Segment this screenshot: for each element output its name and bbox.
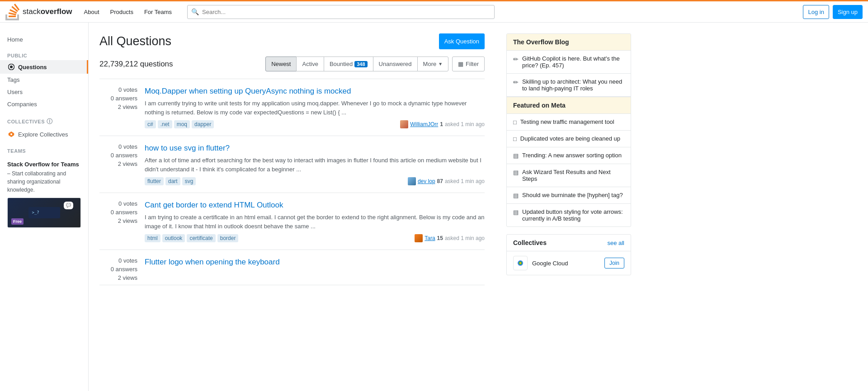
- tag[interactable]: certificate: [187, 234, 215, 242]
- teams-promo-title: Stack Overflow for Teams: [7, 161, 81, 168]
- answer-count: 0 answers: [111, 95, 137, 102]
- sidebar-item-companies[interactable]: Companies: [0, 98, 88, 110]
- overflow-blog-widget: The Overflow Blog ✏ GitHub Copilot is he…: [506, 33, 631, 227]
- header: stackoverflow About Products For Teams 🔍…: [0, 0, 868, 23]
- meta-link[interactable]: Testing new traffic management tool: [520, 118, 614, 125]
- sidebar-item-tags[interactable]: Tags: [0, 74, 88, 86]
- sidebar-item-home[interactable]: Home: [0, 33, 88, 46]
- sidebar-collectives-label: COLLECTIVES ⓘ: [0, 114, 88, 127]
- question-title[interactable]: Moq.Dapper when setting up QueryAsync no…: [145, 86, 485, 96]
- view-count: 2 views: [118, 217, 137, 224]
- meta-link[interactable]: Duplicated votes are being cleaned up: [520, 135, 620, 142]
- avatar: [408, 177, 416, 185]
- user-name[interactable]: dev lop: [418, 178, 435, 184]
- tag[interactable]: .net: [158, 120, 172, 128]
- tag[interactable]: html: [145, 234, 160, 242]
- asked-time: asked 1 min ago: [445, 235, 485, 241]
- meta-square-icon: □: [513, 136, 517, 142]
- question-body: how to use svg in flutter? After a lot o…: [145, 143, 485, 185]
- tag[interactable]: c#: [145, 120, 156, 128]
- chevron-down-icon: ▼: [438, 61, 443, 66]
- avatar: [415, 234, 423, 242]
- filter-more[interactable]: More ▼: [417, 57, 449, 71]
- search-input[interactable]: [187, 5, 495, 19]
- main-content: All Questions Ask Question 22,739,212 qu…: [89, 23, 495, 391]
- tag[interactable]: dapper: [192, 120, 214, 128]
- user-name[interactable]: WilliamJOrr: [410, 121, 438, 127]
- question-excerpt: I am trying to create a certificate in a…: [145, 213, 485, 231]
- logo[interactable]: stackoverflow: [5, 4, 72, 20]
- tag[interactable]: outlook: [162, 234, 185, 242]
- sidebar: Home PUBLIC Questions Tags Users Compani…: [0, 23, 89, 391]
- list-item: ▤ Ask Wizard Test Results and Next Steps: [507, 164, 631, 187]
- question-list: 0 votes 0 answers 2 views Moq.Dapper whe…: [99, 79, 485, 285]
- teams-promo-box: >_? 💬 Free: [7, 198, 81, 228]
- filter-newest[interactable]: Newest: [265, 57, 297, 71]
- question-title[interactable]: Cant get border to extend HTML Outlook: [145, 200, 485, 210]
- sidebar-item-users[interactable]: Users: [0, 86, 88, 98]
- meta-trending-icon: ▤: [513, 192, 519, 199]
- tag[interactable]: moq: [174, 120, 190, 128]
- sidebar-item-questions[interactable]: Questions: [0, 60, 88, 74]
- question-title[interactable]: Flutter logo when opening the keyboard: [145, 257, 485, 267]
- meta-link[interactable]: Ask Wizard Test Results and Next Steps: [522, 169, 624, 182]
- collectives-icon: [7, 130, 15, 138]
- filter-controls: Newest Active Bountied 348 Unanswered Mo…: [265, 57, 485, 71]
- tag[interactable]: svg: [182, 177, 196, 185]
- svg-point-6: [519, 262, 521, 264]
- join-collective-button[interactable]: Join: [604, 258, 624, 269]
- user-rep: 87: [437, 178, 443, 184]
- list-item: ✏ GitHub Copilot is here. But what's the…: [507, 51, 631, 74]
- nav-about[interactable]: About: [80, 5, 104, 19]
- user-rep: 15: [437, 235, 443, 241]
- info-icon[interactable]: ⓘ: [47, 118, 53, 126]
- meta-trending-icon: ▤: [513, 169, 519, 176]
- featured-meta-title: Featured on Meta: [507, 97, 631, 114]
- user-name[interactable]: Tara: [425, 235, 435, 241]
- question-title[interactable]: how to use svg in flutter?: [145, 143, 485, 153]
- filter-unanswered[interactable]: Unanswered: [373, 57, 418, 71]
- blog-link[interactable]: Skilling up to architect: What you need …: [522, 78, 624, 92]
- meta-link[interactable]: Should we burninate the [hyphen] tag?: [522, 192, 623, 198]
- answer-count: 0 answers: [111, 266, 137, 273]
- filter-active[interactable]: Active: [296, 57, 324, 71]
- vote-count: 0 votes: [118, 86, 137, 93]
- tag[interactable]: flutter: [145, 177, 164, 185]
- question-stats: 0 votes 0 answers 2 views: [99, 257, 145, 281]
- overflow-blog-title: The Overflow Blog: [507, 34, 631, 51]
- ask-question-button[interactable]: Ask Question: [439, 33, 485, 49]
- filter-button[interactable]: ▦ Filter: [452, 57, 485, 71]
- login-button[interactable]: Log in: [803, 5, 829, 19]
- signup-button[interactable]: Sign up: [833, 5, 863, 19]
- table-row: 0 votes 0 answers 2 views Flutter logo w…: [99, 250, 485, 285]
- sidebar-teams-section: TEAMS Stack Overflow for Teams – Start c…: [0, 145, 88, 237]
- meta-link[interactable]: Updated button styling for vote arrows: …: [522, 208, 624, 222]
- filter-bountied[interactable]: Bountied 348: [324, 57, 373, 71]
- main-nav: About Products For Teams: [80, 5, 176, 19]
- sidebar-item-explore-collectives[interactable]: Explore Collectives: [0, 127, 88, 141]
- svg-point-3: [10, 133, 12, 135]
- list-item: Google Cloud Join: [507, 251, 631, 275]
- filters-row: 22,739,212 questions Newest Active Bount…: [99, 57, 485, 71]
- tag[interactable]: border: [217, 234, 239, 242]
- meta-link[interactable]: Trending: A new answer sorting option: [522, 152, 622, 159]
- promo-image: >_? 💬 Free: [8, 198, 80, 227]
- logo-text: stackoverflow: [23, 7, 72, 16]
- meta-trending-icon: ▤: [513, 152, 519, 159]
- question-footer: c# .net moq dapper WilliamJOrr 1 asked 1…: [145, 120, 485, 128]
- table-row: 0 votes 0 answers 2 views Moq.Dapper whe…: [99, 79, 485, 136]
- nav-for-teams[interactable]: For Teams: [140, 5, 176, 19]
- see-all-link[interactable]: see all: [607, 240, 624, 246]
- blog-link[interactable]: GitHub Copilot is here. But what's the p…: [522, 55, 624, 69]
- page-layout: Home PUBLIC Questions Tags Users Compani…: [0, 23, 868, 391]
- question-tags: flutter dart svg: [145, 177, 196, 185]
- list-item: ▤ Trending: A new answer sorting option: [507, 147, 631, 164]
- list-item: ▤ Updated button styling for vote arrows…: [507, 204, 631, 226]
- asked-time: asked 1 min ago: [445, 121, 485, 127]
- nav-products[interactable]: Products: [106, 5, 138, 19]
- question-excerpt: After a lot of time and effort searching…: [145, 156, 485, 174]
- tag[interactable]: dart: [165, 177, 180, 185]
- svg-point-1: [10, 66, 13, 68]
- question-stats: 0 votes 0 answers 2 views: [99, 200, 145, 242]
- meta-square-icon: □: [513, 119, 517, 126]
